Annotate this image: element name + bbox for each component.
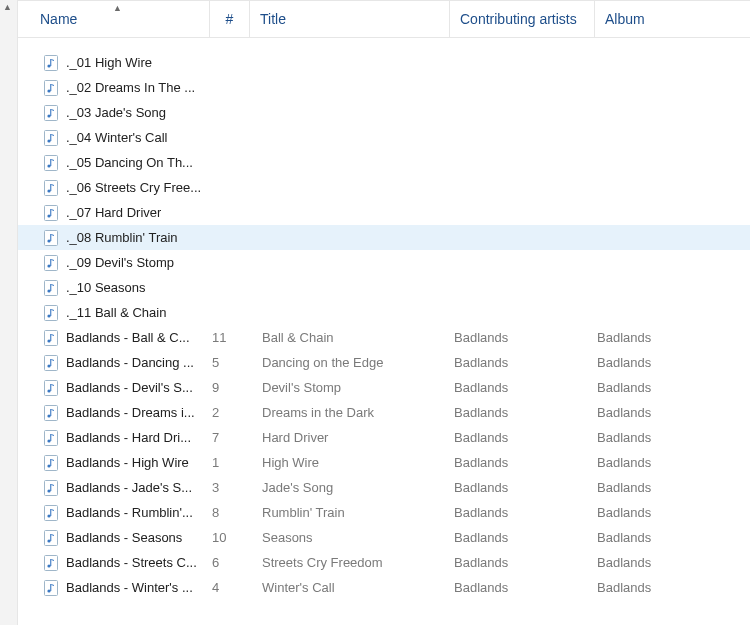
file-name-label: ._09 Devil's Stomp bbox=[66, 255, 174, 270]
column-header-artists-label: Contributing artists bbox=[460, 11, 577, 27]
table-row[interactable]: Badlands - Rumblin'...8Rumblin' TrainBad… bbox=[18, 500, 750, 525]
music-file-icon bbox=[44, 180, 58, 196]
svg-point-58 bbox=[47, 539, 50, 542]
file-list-panel: Name ▲ # Title Contributing artists Albu… bbox=[18, 0, 750, 625]
svg-point-28 bbox=[47, 289, 50, 292]
svg-point-61 bbox=[47, 564, 50, 567]
svg-rect-50 bbox=[50, 459, 51, 466]
cell-album: Badlands bbox=[595, 355, 745, 370]
svg-point-16 bbox=[47, 189, 50, 192]
svg-point-43 bbox=[47, 414, 50, 417]
svg-rect-44 bbox=[50, 409, 51, 416]
svg-point-64 bbox=[47, 589, 50, 592]
svg-point-52 bbox=[47, 489, 50, 492]
music-file-icon bbox=[44, 55, 58, 71]
svg-rect-20 bbox=[50, 209, 51, 216]
file-name-label: ._11 Ball & Chain bbox=[66, 305, 166, 320]
cell-track-number: 1 bbox=[210, 455, 250, 470]
column-header-artists[interactable]: Contributing artists bbox=[450, 1, 595, 37]
svg-point-37 bbox=[47, 364, 50, 367]
svg-rect-29 bbox=[50, 284, 51, 291]
music-file-icon bbox=[44, 230, 58, 246]
cell-name: Badlands - Dreams i... bbox=[18, 405, 210, 421]
svg-rect-17 bbox=[50, 184, 51, 191]
table-row[interactable]: Badlands - Hard Dri...7Hard DriverBadlan… bbox=[18, 425, 750, 450]
table-row[interactable]: ._06 Streets Cry Free... bbox=[18, 175, 750, 200]
cell-track-number: 10 bbox=[210, 530, 250, 545]
cell-artists: Badlands bbox=[450, 330, 595, 345]
cell-track-number: 5 bbox=[210, 355, 250, 370]
music-file-icon bbox=[44, 405, 58, 421]
table-row[interactable]: Badlands - Winter's ...4Winter's CallBad… bbox=[18, 575, 750, 600]
file-name-label: ._02 Dreams In The ... bbox=[66, 80, 195, 95]
svg-rect-59 bbox=[50, 534, 51, 541]
column-header-name-label: Name bbox=[40, 11, 77, 27]
column-header-album[interactable]: Album bbox=[595, 1, 745, 37]
svg-rect-11 bbox=[50, 134, 51, 141]
table-row[interactable]: ._09 Devil's Stomp bbox=[18, 250, 750, 275]
cell-album: Badlands bbox=[595, 530, 745, 545]
music-file-icon bbox=[44, 105, 58, 121]
file-name-label: Badlands - Hard Dri... bbox=[66, 430, 191, 445]
column-header-track-number[interactable]: # bbox=[210, 1, 250, 37]
table-row[interactable]: Badlands - Streets C...6Streets Cry Free… bbox=[18, 550, 750, 575]
music-file-icon bbox=[44, 555, 58, 571]
file-name-label: Badlands - Rumblin'... bbox=[66, 505, 193, 520]
cell-name: ._10 Seasons bbox=[18, 280, 210, 296]
cell-name: ._07 Hard Driver bbox=[18, 205, 210, 221]
svg-rect-41 bbox=[50, 384, 51, 391]
table-row[interactable]: Badlands - Ball & C...11Ball & ChainBadl… bbox=[18, 325, 750, 350]
table-row[interactable]: ._02 Dreams In The ... bbox=[18, 75, 750, 100]
column-header-title[interactable]: Title bbox=[250, 1, 450, 37]
scroll-up-icon[interactable]: ▲ bbox=[3, 2, 12, 12]
file-name-label: ._03 Jade's Song bbox=[66, 105, 166, 120]
column-header-row: Name ▲ # Title Contributing artists Albu… bbox=[18, 0, 750, 38]
table-row[interactable]: ._03 Jade's Song bbox=[18, 100, 750, 125]
table-row[interactable]: Badlands - Dreams i...2Dreams in the Dar… bbox=[18, 400, 750, 425]
svg-rect-8 bbox=[50, 109, 51, 116]
table-row[interactable]: ._08 Rumblin' Train bbox=[18, 225, 750, 250]
cell-name: ._02 Dreams In The ... bbox=[18, 80, 210, 96]
cell-title: Dreams in the Dark bbox=[250, 405, 450, 420]
table-row[interactable]: ._11 Ball & Chain bbox=[18, 300, 750, 325]
file-name-label: ._08 Rumblin' Train bbox=[66, 230, 178, 245]
cell-name: ._11 Ball & Chain bbox=[18, 305, 210, 321]
file-name-label: Badlands - Streets C... bbox=[66, 555, 197, 570]
music-file-icon bbox=[44, 480, 58, 496]
music-file-icon bbox=[44, 130, 58, 146]
cell-name: Badlands - Jade's S... bbox=[18, 480, 210, 496]
cell-name: ._01 High Wire bbox=[18, 55, 210, 71]
table-row[interactable]: ._04 Winter's Call bbox=[18, 125, 750, 150]
table-row[interactable]: ._10 Seasons bbox=[18, 275, 750, 300]
table-row[interactable]: Badlands - High Wire1High WireBadlandsBa… bbox=[18, 450, 750, 475]
column-header-name[interactable]: Name ▲ bbox=[18, 1, 210, 37]
cell-name: Badlands - Dancing ... bbox=[18, 355, 210, 371]
svg-rect-26 bbox=[50, 259, 51, 266]
music-file-icon bbox=[44, 505, 58, 521]
cell-artists: Badlands bbox=[450, 580, 595, 595]
file-name-label: ._01 High Wire bbox=[66, 55, 152, 70]
cell-track-number: 2 bbox=[210, 405, 250, 420]
svg-rect-23 bbox=[50, 234, 51, 241]
table-row[interactable]: Badlands - Devil's S...9Devil's StompBad… bbox=[18, 375, 750, 400]
table-row[interactable]: ._01 High Wire bbox=[18, 50, 750, 75]
table-row[interactable]: ._07 Hard Driver bbox=[18, 200, 750, 225]
music-file-icon bbox=[44, 155, 58, 171]
cell-name: ._04 Winter's Call bbox=[18, 130, 210, 146]
cell-track-number: 6 bbox=[210, 555, 250, 570]
cell-name: Badlands - Ball & C... bbox=[18, 330, 210, 346]
cell-name: Badlands - Devil's S... bbox=[18, 380, 210, 396]
svg-rect-5 bbox=[50, 84, 51, 91]
cell-track-number: 9 bbox=[210, 380, 250, 395]
column-header-num-label: # bbox=[226, 11, 234, 27]
music-file-icon bbox=[44, 205, 58, 221]
table-row[interactable]: Badlands - Dancing ...5Dancing on the Ed… bbox=[18, 350, 750, 375]
cell-title: Rumblin' Train bbox=[250, 505, 450, 520]
svg-rect-53 bbox=[50, 484, 51, 491]
vertical-scrollbar-track[interactable]: ▲ bbox=[0, 0, 18, 625]
table-row[interactable]: ._05 Dancing On Th... bbox=[18, 150, 750, 175]
table-row[interactable]: Badlands - Seasons10SeasonsBadlandsBadla… bbox=[18, 525, 750, 550]
cell-album: Badlands bbox=[595, 580, 745, 595]
svg-point-25 bbox=[47, 264, 50, 267]
table-row[interactable]: Badlands - Jade's S...3Jade's SongBadlan… bbox=[18, 475, 750, 500]
